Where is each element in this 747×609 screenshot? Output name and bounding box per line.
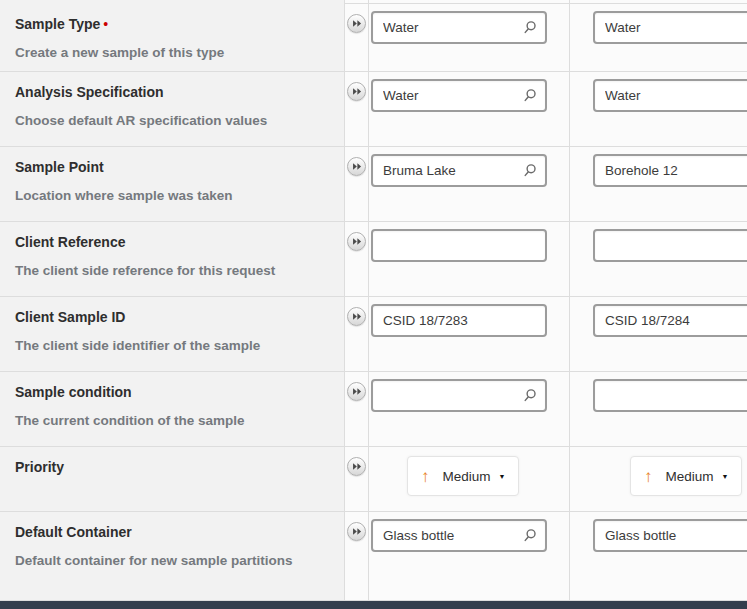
priority-select[interactable]: Medium▼ [666, 469, 729, 484]
reference-widget [593, 519, 747, 552]
text-input[interactable] [593, 229, 747, 262]
double-arrow-right-icon [352, 387, 362, 396]
field-description: Choose default AR specification values [15, 110, 330, 131]
reference-input[interactable] [371, 154, 547, 187]
field-row-analysis-specification: Analysis Specification Choose default AR… [0, 72, 747, 147]
copy-across-button[interactable] [347, 457, 366, 476]
priority-select-value: Medium [666, 469, 714, 484]
form-rows: Sample Type• Create a new sample of this… [0, 4, 747, 601]
footer-bar [0, 601, 747, 609]
copy-cell-edge [345, 0, 369, 3]
reference-input[interactable] [593, 519, 747, 552]
priority-select[interactable]: Medium▼ [443, 469, 506, 484]
field-label: Client Sample ID [15, 309, 125, 325]
field-description: The client side reference for this reque… [15, 260, 330, 281]
column1-cell [369, 4, 570, 71]
arrow-up-icon: ↑ [421, 468, 430, 485]
field-row-priority: Priority ↑Medium▼ ↑Medium▼ [0, 447, 747, 512]
field-label-cell: Analysis Specification Choose default AR… [0, 72, 345, 146]
reference-input[interactable] [593, 79, 747, 112]
field-description: The client side identifier of the sample [15, 335, 330, 356]
field-label: Sample Type [15, 16, 100, 32]
reference-input[interactable] [371, 11, 547, 44]
text-input[interactable] [371, 304, 547, 337]
copy-cell [345, 512, 369, 600]
reference-widget [371, 379, 547, 412]
copy-across-button[interactable] [347, 82, 366, 101]
double-arrow-right-icon [352, 237, 362, 246]
field-row-client-sample-id: Client Sample ID The client side identif… [0, 297, 747, 372]
reference-widget [593, 154, 747, 187]
reference-widget [371, 79, 547, 112]
copy-across-button[interactable] [347, 14, 366, 33]
reference-input[interactable] [371, 79, 547, 112]
copy-cell [345, 4, 369, 71]
column2-cell [570, 147, 747, 221]
text-input[interactable] [593, 304, 747, 337]
field-row-sample-point: Sample Point Location where sample was t… [0, 147, 747, 222]
reference-input[interactable] [593, 379, 747, 412]
caret-down-icon: ▼ [499, 473, 506, 480]
reference-input[interactable] [371, 519, 547, 552]
double-arrow-right-icon [352, 462, 362, 471]
column1-cell [369, 512, 570, 600]
column2-cell [570, 222, 747, 296]
copy-across-button[interactable] [347, 522, 366, 541]
required-indicator: • [103, 16, 108, 32]
double-arrow-right-icon [352, 19, 362, 28]
column2-cell: ↑Medium▼ [570, 447, 747, 511]
copy-cell [345, 147, 369, 221]
field-label: Analysis Specification [15, 84, 164, 100]
copy-cell [345, 72, 369, 146]
column1-cell [369, 222, 570, 296]
copy-cell [345, 222, 369, 296]
column1-cell: ↑Medium▼ [369, 447, 570, 511]
column2-cell [570, 372, 747, 446]
field-label: Priority [15, 459, 64, 475]
column2-cell [570, 512, 747, 600]
copy-across-button[interactable] [347, 382, 366, 401]
double-arrow-right-icon [352, 312, 362, 321]
column2-cell-edge [570, 0, 747, 3]
field-description: Create a new sample of this type [15, 42, 330, 63]
field-label-cell: Client Reference The client side referen… [0, 222, 345, 296]
priority-select-value: Medium [443, 469, 491, 484]
field-label-cell: Default Container Default container for … [0, 512, 345, 600]
column2-cell [570, 72, 747, 146]
arrow-up-icon: ↑ [644, 468, 653, 485]
field-row-sample-condition: Sample condition The current condition o… [0, 372, 747, 447]
column2-cell [570, 4, 747, 71]
copy-cell [345, 297, 369, 371]
text-input[interactable] [371, 229, 547, 262]
copy-cell [345, 447, 369, 511]
column2-cell [570, 297, 747, 371]
copy-across-button[interactable] [347, 307, 366, 326]
copy-across-button[interactable] [347, 232, 366, 251]
reference-widget [371, 154, 547, 187]
field-row-sample-type: Sample Type• Create a new sample of this… [0, 4, 747, 72]
reference-input[interactable] [593, 154, 747, 187]
field-row-default-container: Default Container Default container for … [0, 512, 747, 601]
field-description: The current condition of the sample [15, 410, 330, 431]
reference-widget [593, 79, 747, 112]
field-row-client-reference: Client Reference The client side referen… [0, 222, 747, 297]
field-label-cell: Sample condition The current condition o… [0, 372, 345, 446]
copy-cell [345, 372, 369, 446]
reference-input[interactable] [593, 11, 747, 44]
copy-across-button[interactable] [347, 157, 366, 176]
double-arrow-right-icon [352, 527, 362, 536]
field-label-cell: Sample Point Location where sample was t… [0, 147, 345, 221]
field-label: Sample condition [15, 384, 132, 400]
field-label: Client Reference [15, 234, 125, 250]
priority-widget: ↑Medium▼ [630, 456, 742, 496]
reference-input[interactable] [371, 379, 547, 412]
column1-cell [369, 372, 570, 446]
reference-widget [371, 11, 547, 44]
field-description: Location where sample was taken [15, 185, 330, 206]
column1-cell-edge [369, 0, 570, 3]
caret-down-icon: ▼ [722, 473, 729, 480]
double-arrow-right-icon [352, 162, 362, 171]
field-label: Sample Point [15, 159, 104, 175]
priority-widget: ↑Medium▼ [407, 456, 519, 496]
field-label: Default Container [15, 524, 132, 540]
